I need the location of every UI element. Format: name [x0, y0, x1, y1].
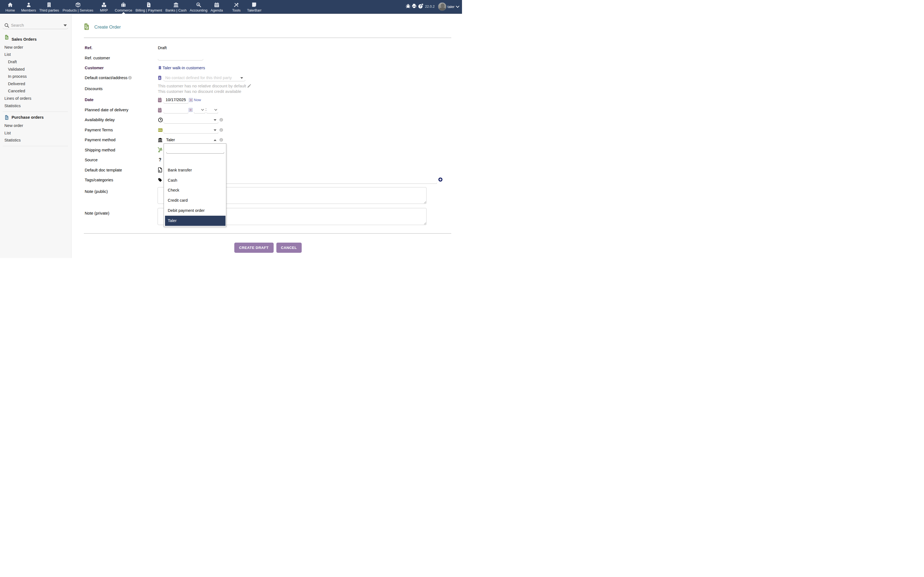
svg-text:$: $: [158, 129, 159, 131]
svg-text:$: $: [197, 3, 199, 6]
svg-text:$: $: [148, 4, 150, 6]
